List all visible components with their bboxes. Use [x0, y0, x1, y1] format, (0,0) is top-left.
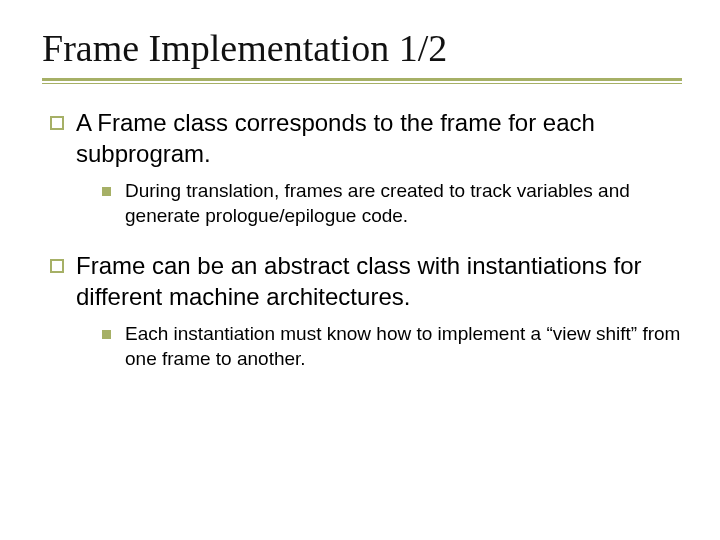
bullet-solid-icon [102, 330, 111, 339]
list-item: During translation, frames are created t… [50, 179, 682, 228]
bullet-text: Frame can be an abstract class with inst… [76, 251, 682, 312]
list-item: Each instantiation must know how to impl… [50, 322, 682, 371]
bullet-solid-icon [102, 187, 111, 196]
slide-title: Frame Implementation 1/2 [42, 26, 682, 70]
sub-bullet-text: Each instantiation must know how to impl… [125, 322, 682, 371]
title-underline [42, 78, 682, 84]
bullet-outline-icon [50, 259, 64, 273]
sub-bullet-text: During translation, frames are created t… [125, 179, 682, 228]
bullet-outline-icon [50, 116, 64, 130]
list-item: A Frame class corresponds to the frame f… [50, 108, 682, 169]
bullet-text: A Frame class corresponds to the frame f… [76, 108, 682, 169]
slide-body: A Frame class corresponds to the frame f… [42, 108, 682, 372]
list-item: Frame can be an abstract class with inst… [50, 251, 682, 312]
